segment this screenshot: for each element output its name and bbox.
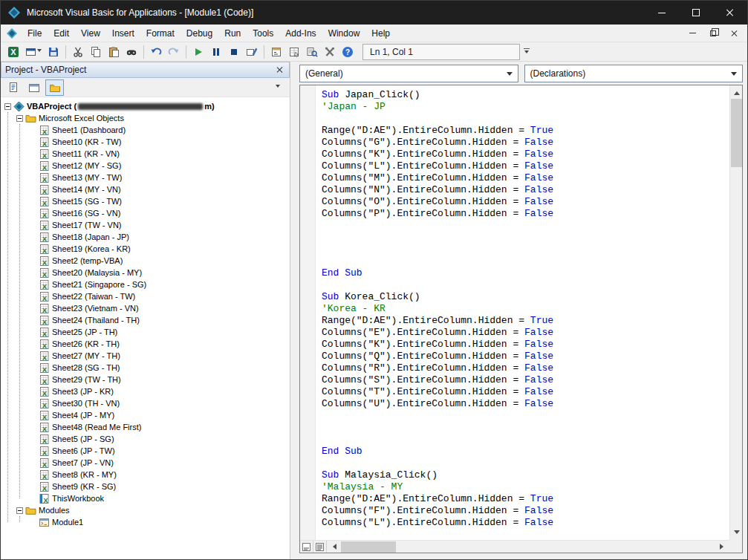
code-line[interactable]: Sub Malaysia_Click() — [322, 469, 729, 481]
procedure-view-button[interactable] — [300, 541, 313, 553]
tree-item-sheet8-kr-my[interactable]: XSheet8 (KR - MY) — [28, 469, 290, 481]
object-browser-button[interactable] — [303, 44, 321, 60]
cut-button[interactable] — [69, 44, 87, 60]
menu-item-format[interactable]: Format — [140, 26, 181, 41]
maximize-button[interactable] — [679, 1, 713, 25]
code-line[interactable]: Range("D:AE").EntireColumn.Hidden = True — [322, 315, 729, 327]
code-line[interactable]: Columns("F").EntireColumn.Hidden = False — [322, 505, 729, 517]
view-microsoft-excel-button[interactable]: X — [4, 44, 22, 60]
scroll-down-button[interactable] — [730, 527, 743, 540]
tree-item-sheet11-kr-vn[interactable]: XSheet11 (KR - VN) — [28, 148, 290, 160]
code-line[interactable] — [322, 255, 729, 267]
code-line[interactable]: Columns("Q").EntireColumn.Hidden = False — [322, 351, 729, 362]
tree-item-sheet3-jp-kr[interactable]: XSheet3 (JP - KR) — [28, 385, 290, 397]
toolbox-button[interactable] — [321, 44, 339, 60]
save-button[interactable] — [45, 44, 62, 60]
menu-item-debug[interactable]: Debug — [181, 26, 218, 41]
code-line[interactable]: Columns("N").EntireColumn.Hidden = False — [322, 184, 729, 196]
code-line[interactable]: Columns("K").EntireColumn.Hidden = False — [322, 339, 729, 351]
tree-item-sheet14-my-vn[interactable]: XSheet14 (MY - VN) — [28, 183, 290, 195]
collapse-toggle[interactable] — [16, 115, 23, 122]
code-line[interactable]: Columns("K").EntireColumn.Hidden = False — [322, 149, 729, 160]
menu-item-run[interactable]: Run — [218, 26, 247, 41]
tree-item-thisworkbook[interactable]: XThisWorkbook — [28, 492, 290, 504]
code-line[interactable] — [322, 422, 729, 434]
mdi-close-button[interactable] — [725, 27, 743, 40]
tree-item-project-root[interactable]: VBAProject (m) — [4, 100, 290, 112]
code-line[interactable]: Columns("G").EntireColumn.Hidden = False — [322, 137, 729, 149]
panel-toolbar-options-button[interactable] — [269, 81, 287, 94]
run-sub-button[interactable] — [189, 44, 207, 60]
tree-item-sheet13-my-tw[interactable]: XSheet13 (MY - TW) — [28, 172, 290, 183]
panel-splitter[interactable] — [290, 62, 296, 559]
tree-item-sheet25-jp-th[interactable]: XSheet25 (JP - TH) — [28, 326, 290, 338]
code-line[interactable] — [322, 113, 729, 125]
code-line[interactable]: Columns("S").EntireColumn.Hidden = False — [322, 374, 729, 386]
tree-item-sheet29-tw-th[interactable]: XSheet29 (TW - TH) — [28, 374, 290, 385]
code-line[interactable]: Columns("O").EntireColumn.Hidden = False — [322, 196, 729, 208]
horizontal-scroll-thumb[interactable] — [341, 541, 396, 553]
code-editor[interactable]: Sub Japan_Click()'Japan - JPRange("D:AE"… — [299, 85, 743, 553]
code-line[interactable] — [322, 232, 729, 244]
horizontal-scrollbar[interactable] — [300, 540, 729, 553]
tree-item-sheet20-malaysia-my[interactable]: XSheet20 (Malaysia - MY) — [28, 267, 290, 279]
menu-item-edit[interactable]: Edit — [48, 26, 75, 41]
paste-button[interactable] — [105, 44, 123, 60]
scroll-left-button[interactable] — [327, 541, 339, 553]
code-line[interactable]: Columns("E").EntireColumn.Hidden = False — [322, 327, 729, 339]
toolbar-options-button[interactable] — [521, 44, 532, 60]
tree-item-sheet2-temp-vba[interactable]: XSheet2 (temp-VBA) — [28, 255, 290, 267]
tree-item-sheet22-taiwan-tw[interactable]: XSheet22 (Taiwan - TW) — [28, 290, 290, 302]
code-line[interactable]: Columns("U").EntireColumn.Hidden = False — [322, 398, 729, 410]
tree-item-sheet15-sg-tw[interactable]: XSheet15 (SG - TW) — [28, 195, 290, 207]
properties-window-button[interactable] — [285, 44, 303, 60]
view-object-button[interactable] — [25, 79, 43, 96]
design-mode-button[interactable] — [243, 44, 261, 60]
code-line[interactable]: Sub Korea_Click() — [322, 291, 729, 303]
menu-item-tools[interactable]: Tools — [247, 26, 279, 41]
view-code-button[interactable] — [4, 79, 22, 96]
vertical-scrollbar[interactable] — [729, 85, 742, 540]
tree-item-sheet23-vietnam-vn[interactable]: XSheet23 (Vietnam - VN) — [28, 302, 290, 314]
scroll-right-button[interactable] — [717, 541, 729, 553]
break-button[interactable] — [207, 44, 225, 60]
tree-group-microsoft-excel-objects[interactable]: Microsoft Excel Objects — [16, 112, 290, 124]
menu-item-help[interactable]: Help — [365, 26, 396, 41]
toggle-folders-button[interactable] — [45, 79, 64, 96]
code-line[interactable]: Range("D:AE").EntireColumn.Hidden = True — [322, 493, 729, 505]
tree-item-sheet18-japan-jp[interactable]: XSheet18 (Japan - JP) — [28, 231, 290, 243]
collapse-toggle[interactable] — [16, 507, 23, 514]
help-button[interactable]: ? — [339, 44, 357, 60]
code-line[interactable]: Columns("L").EntireColumn.Hidden = False — [322, 160, 729, 172]
code-line[interactable]: Range("D:AE").EntireColumn.Hidden = True — [322, 125, 729, 137]
code-line[interactable]: End Sub — [322, 446, 729, 458]
tree-item-sheet7-jp-vn[interactable]: XSheet7 (JP - VN) — [28, 457, 290, 469]
code-line[interactable]: Sub Japan_Click() — [322, 89, 729, 101]
tree-item-sheet9-kr-sg[interactable]: XSheet9 (KR - SG) — [28, 481, 290, 492]
code-line[interactable] — [322, 279, 729, 291]
insert-userform-button[interactable] — [22, 44, 45, 60]
menu-item-window[interactable]: Window — [322, 26, 366, 41]
project-explorer-button[interactable] — [267, 44, 285, 60]
code-line[interactable]: Columns("L").EntireColumn.Hidden = False — [322, 517, 729, 529]
copy-button[interactable] — [87, 44, 105, 60]
project-panel-close-button[interactable] — [273, 64, 285, 76]
tree-item-sheet16-sg-vn[interactable]: XSheet16 (SG - VN) — [28, 207, 290, 219]
code-line[interactable] — [322, 220, 729, 232]
procedure-dropdown[interactable]: (Declarations) — [524, 65, 744, 82]
code-line[interactable] — [322, 458, 729, 469]
code-line[interactable]: Columns("M").EntireColumn.Hidden = False — [322, 172, 729, 184]
code-line[interactable]: 'Malaysia - MY — [322, 481, 729, 493]
tree-item-sheet24-thailand-th[interactable]: XSheet24 (Thailand - TH) — [28, 314, 290, 326]
tree-item-module1[interactable]: Module1 — [28, 516, 290, 528]
code-line[interactable]: Columns("P").EntireColumn.Hidden = False — [322, 208, 729, 220]
minimize-button[interactable] — [645, 1, 679, 25]
reset-button[interactable] — [225, 44, 243, 60]
vertical-scroll-thumb[interactable] — [731, 99, 742, 167]
tree-item-sheet28-sg-th[interactable]: XSheet28 (SG - TH) — [28, 362, 290, 374]
tree-item-sheet30-th-vn[interactable]: XSheet30 (TH - VN) — [28, 397, 290, 409]
code-line[interactable]: 'Japan - JP — [322, 101, 729, 113]
menu-item-view[interactable]: View — [75, 26, 106, 41]
tree-item-sheet21-singapore-sg[interactable]: XSheet21 (Singapore - SG) — [28, 279, 290, 290]
find-button[interactable] — [123, 44, 140, 60]
